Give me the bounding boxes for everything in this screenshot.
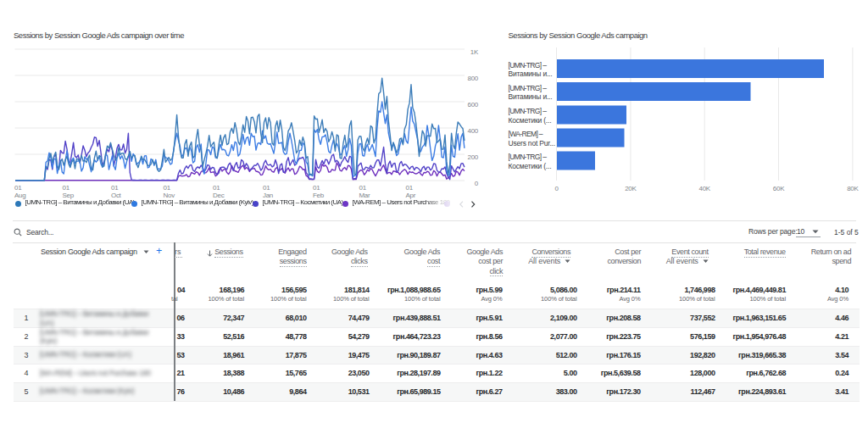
svg-text:Косметики (...: Косметики (... — [509, 116, 552, 125]
svg-text:80K: 80K — [847, 185, 859, 192]
svg-text:Косметики (...: Косметики (... — [509, 162, 552, 170]
svg-text:[UMN-TRG] –: [UMN-TRG] – — [509, 107, 548, 115]
svg-text:60K: 60K — [773, 185, 785, 192]
svg-text:[UMN-TRG] –: [UMN-TRG] – — [509, 84, 548, 92]
svg-text:20K: 20K — [625, 185, 637, 192]
svg-text:Витамины и...: Витамины и... — [509, 70, 553, 78]
svg-text:[WA-REM] –: [WA-REM] – — [509, 130, 543, 138]
svg-text:Витамины и...: Витамины и... — [509, 92, 553, 101]
svg-text:Users not Pur...: Users not Pur... — [509, 139, 555, 147]
svg-text:[UMN-TRG] –: [UMN-TRG] – — [509, 153, 548, 161]
svg-text:[UMN-TRG] –: [UMN-TRG] – — [509, 61, 548, 70]
svg-text:0: 0 — [554, 185, 559, 192]
svg-text:40K: 40K — [699, 185, 711, 192]
